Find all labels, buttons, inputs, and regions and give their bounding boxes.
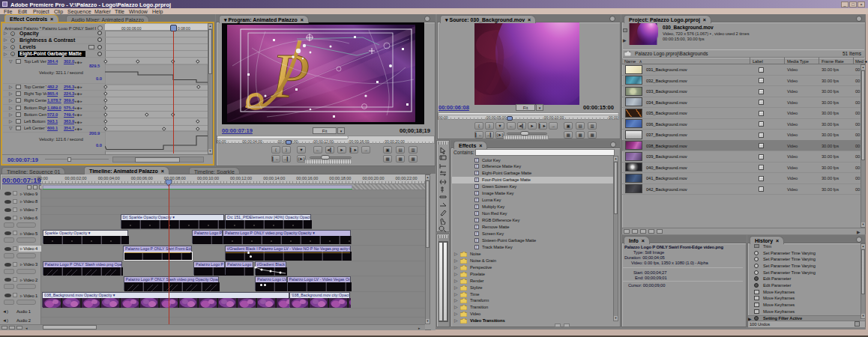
svg-text:P: P	[271, 41, 310, 111]
